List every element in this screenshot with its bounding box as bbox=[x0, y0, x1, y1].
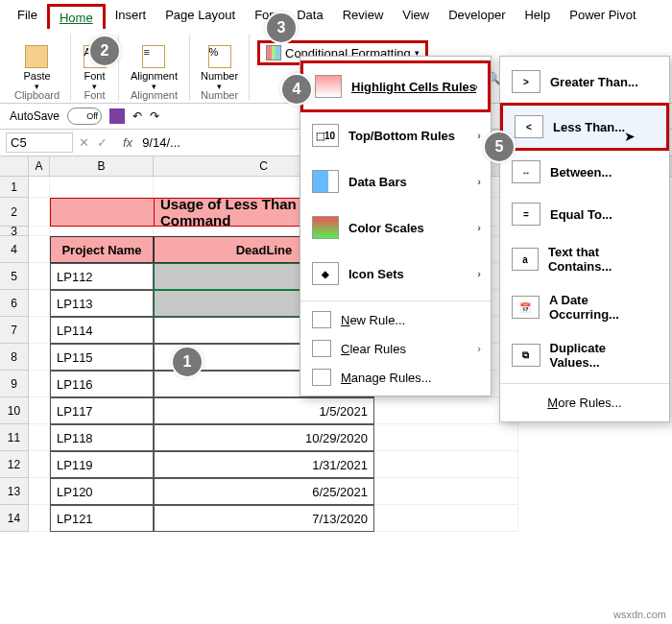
number-button[interactable]: %Number▾ bbox=[197, 43, 242, 93]
cell[interactable]: LP116 bbox=[50, 371, 154, 397]
col-header-b[interactable]: B bbox=[50, 156, 154, 176]
undo-icon[interactable]: ↶ bbox=[132, 109, 142, 123]
cell[interactable]: 10/29/2020 bbox=[154, 424, 374, 451]
callout-3: 3 bbox=[267, 13, 296, 42]
tab-view[interactable]: View bbox=[393, 4, 439, 29]
cell[interactable] bbox=[29, 424, 50, 451]
cell[interactable] bbox=[29, 317, 50, 344]
cell[interactable]: LP119 bbox=[50, 451, 154, 478]
row-header[interactable]: 7 bbox=[0, 317, 29, 344]
save-icon[interactable] bbox=[109, 108, 125, 124]
row-header[interactable]: 9 bbox=[0, 371, 29, 397]
callout-1: 1 bbox=[173, 348, 202, 376]
tab-power-pivot[interactable]: Power Pivot bbox=[560, 4, 645, 29]
row-header[interactable]: 1 bbox=[0, 177, 29, 198]
cell[interactable] bbox=[29, 290, 50, 317]
tab-home[interactable]: Home bbox=[47, 4, 106, 29]
tab-page-layout[interactable]: Page Layout bbox=[156, 4, 245, 29]
row-header[interactable]: 11 bbox=[0, 424, 29, 451]
cell[interactable]: 1/5/2021 bbox=[154, 397, 374, 424]
cell[interactable] bbox=[374, 397, 518, 424]
cell[interactable] bbox=[29, 227, 50, 236]
cell[interactable] bbox=[29, 236, 50, 263]
cell[interactable]: Project Name bbox=[50, 236, 154, 263]
tab-insert[interactable]: Insert bbox=[106, 4, 156, 29]
alignment-button[interactable]: ≡Alignment▾ bbox=[127, 43, 181, 93]
redo-icon[interactable]: ↷ bbox=[150, 109, 159, 123]
row-header[interactable]: 8 bbox=[0, 344, 29, 371]
cell[interactable] bbox=[374, 424, 518, 451]
color-scales-icon bbox=[312, 216, 339, 239]
less-than-item[interactable]: < Less Than... bbox=[500, 103, 669, 151]
tab-review[interactable]: Review bbox=[333, 4, 394, 29]
row-header[interactable]: 5 bbox=[0, 263, 29, 290]
row-header[interactable]: 2 bbox=[0, 198, 29, 227]
cell[interactable] bbox=[29, 478, 50, 505]
callout-2: 2 bbox=[90, 36, 119, 65]
ribbon-tabs: File Home Insert Page Layout Formulas Da… bbox=[0, 0, 672, 29]
row-header[interactable]: 13 bbox=[0, 478, 29, 505]
cell[interactable] bbox=[50, 227, 154, 236]
data-bars-item[interactable]: Data Bars› bbox=[300, 158, 491, 204]
text-contains-item[interactable]: a Text that Contains... bbox=[500, 235, 669, 283]
cell[interactable] bbox=[29, 177, 50, 198]
cell[interactable] bbox=[374, 478, 518, 505]
select-all-corner[interactable] bbox=[0, 156, 29, 176]
row-header[interactable]: 14 bbox=[0, 505, 29, 532]
cell[interactable]: LP115 bbox=[50, 344, 154, 371]
enter-icon[interactable]: ✓ bbox=[97, 135, 108, 150]
equal-to-item[interactable]: = Equal To... bbox=[500, 193, 669, 235]
top-bottom-rules-item[interactable]: ⬚10 Top/Bottom Rules› bbox=[300, 112, 491, 158]
watermark: wsxdn.com bbox=[613, 609, 666, 620]
duplicate-values-item[interactable]: ⧉ Duplicate Values... bbox=[500, 331, 669, 379]
cell[interactable] bbox=[374, 505, 518, 532]
cell[interactable] bbox=[29, 263, 50, 290]
cell[interactable] bbox=[50, 198, 154, 227]
tab-developer[interactable]: Developer bbox=[439, 4, 515, 29]
manage-rules-item[interactable]: Manage Rules... bbox=[300, 363, 491, 392]
greater-than-item[interactable]: > Greater Than... bbox=[500, 60, 669, 103]
row-header[interactable]: 10 bbox=[0, 397, 29, 424]
cell[interactable]: 7/13/2020 bbox=[154, 505, 374, 532]
formula-input[interactable]: 9/14/... bbox=[142, 135, 180, 150]
cell[interactable]: LP112 bbox=[50, 263, 154, 290]
cell[interactable]: LP114 bbox=[50, 317, 154, 344]
cell[interactable] bbox=[29, 371, 50, 397]
cell[interactable]: LP113 bbox=[50, 290, 154, 317]
cell[interactable]: LP120 bbox=[50, 478, 154, 505]
highlight-cells-rules-item[interactable]: Highlight Cells Rules› bbox=[300, 60, 491, 112]
cell[interactable] bbox=[29, 397, 50, 424]
cancel-icon[interactable]: ✕ bbox=[79, 135, 89, 150]
more-rules-item[interactable]: More Rules... bbox=[500, 388, 669, 418]
cell[interactable]: LP118 bbox=[50, 424, 154, 451]
cell[interactable] bbox=[29, 451, 50, 478]
cell[interactable] bbox=[374, 451, 518, 478]
color-scales-item[interactable]: Color Scales› bbox=[300, 204, 491, 251]
row-header[interactable]: 6 bbox=[0, 290, 29, 317]
clear-rules-item[interactable]: Clear Rules› bbox=[300, 334, 491, 363]
icon-sets-item[interactable]: ◆ Icon Sets› bbox=[300, 251, 491, 297]
cell[interactable]: 1/31/2021 bbox=[154, 451, 374, 478]
cell[interactable]: LP121 bbox=[50, 505, 154, 532]
fx-icon[interactable]: fx bbox=[123, 135, 132, 150]
date-occurring-item[interactable]: 📅 A Date Occurring... bbox=[500, 283, 669, 331]
row-header[interactable]: 3 bbox=[0, 227, 29, 236]
cell[interactable]: 6/25/2021 bbox=[154, 478, 374, 505]
cell[interactable] bbox=[29, 344, 50, 371]
cell[interactable] bbox=[29, 505, 50, 532]
name-box[interactable]: C5 bbox=[6, 132, 73, 153]
autosave-toggle[interactable]: Off bbox=[67, 108, 102, 125]
cell[interactable] bbox=[50, 177, 154, 198]
row-header[interactable]: 12 bbox=[0, 451, 29, 478]
duplicate-values-icon: ⧉ bbox=[512, 344, 540, 367]
paste-button[interactable]: Paste ▾ bbox=[19, 43, 54, 93]
cell[interactable] bbox=[29, 198, 50, 227]
cell[interactable]: LP117 bbox=[50, 397, 154, 424]
tab-file[interactable]: File bbox=[8, 4, 47, 29]
new-rule-item[interactable]: New Rule... bbox=[300, 305, 491, 334]
between-item[interactable]: ↔ Between... bbox=[500, 151, 669, 193]
tab-help[interactable]: Help bbox=[515, 4, 560, 29]
callout-4: 4 bbox=[282, 75, 311, 104]
col-header-a[interactable]: A bbox=[29, 156, 50, 176]
row-header[interactable]: 4 bbox=[0, 236, 29, 263]
